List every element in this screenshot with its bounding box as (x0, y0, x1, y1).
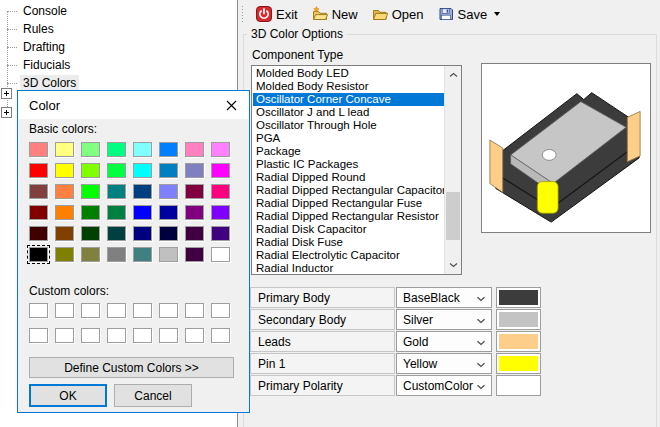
basic-color-swatch[interactable] (211, 247, 230, 262)
basic-color-swatch[interactable] (185, 142, 204, 157)
primary-polarity-color-swatch[interactable] (496, 375, 541, 396)
component-type-option[interactable]: Oscillator Through Hole (253, 119, 444, 132)
component-type-option[interactable]: Package (253, 145, 444, 158)
primary-polarity-color-select[interactable]: CustomColor (396, 375, 492, 396)
define-custom-colors-button[interactable]: Define Custom Colors >> (29, 357, 234, 378)
basic-color-swatch[interactable] (211, 163, 230, 178)
scroll-down-button[interactable] (445, 257, 461, 273)
primary-body-color-swatch[interactable] (496, 287, 541, 308)
sidebar-item-drafting[interactable]: Drafting (0, 38, 230, 56)
sidebar-item-console[interactable]: Console (0, 2, 230, 20)
tree-expand-plus-icon[interactable] (1, 88, 12, 99)
custom-color-swatch[interactable] (29, 328, 48, 343)
basic-color-swatch[interactable] (107, 226, 126, 241)
component-type-option[interactable]: Molded Body LED (253, 67, 444, 80)
custom-color-swatch[interactable] (185, 328, 204, 343)
component-type-option[interactable]: Radial Dipped Rectangular Fuse (253, 197, 444, 210)
basic-color-swatch[interactable] (81, 205, 100, 220)
basic-color-swatch[interactable] (55, 184, 74, 199)
custom-color-swatch[interactable] (159, 328, 178, 343)
leads-color-swatch[interactable] (496, 331, 541, 352)
basic-color-swatch[interactable] (211, 226, 230, 241)
leads-color-select[interactable]: Gold (396, 331, 492, 352)
scrollbar-thumb[interactable] (446, 192, 460, 240)
basic-color-swatch[interactable] (81, 184, 100, 199)
basic-color-swatch[interactable] (133, 184, 152, 199)
basic-color-swatch[interactable] (55, 163, 74, 178)
component-type-option[interactable]: Radial Dipped Round (253, 171, 444, 184)
basic-color-swatch[interactable] (211, 142, 230, 157)
basic-color-swatch[interactable] (81, 163, 100, 178)
secondary-body-color-swatch[interactable] (496, 309, 541, 330)
basic-color-swatch[interactable] (55, 226, 74, 241)
new-button[interactable]: New (305, 2, 365, 26)
dropdown-caret-icon[interactable] (494, 12, 500, 16)
basic-color-swatch[interactable] (133, 247, 152, 262)
component-type-option[interactable]: PGA (253, 132, 444, 145)
tree-expand-plus-icon[interactable] (1, 107, 12, 118)
custom-color-swatch[interactable] (185, 303, 204, 318)
secondary-body-color-select[interactable]: Silver (396, 309, 492, 330)
basic-color-swatch[interactable] (185, 247, 204, 262)
basic-color-swatch[interactable] (133, 226, 152, 241)
exit-button[interactable]: Exit (249, 2, 305, 26)
basic-color-swatch[interactable] (29, 142, 48, 157)
close-icon[interactable] (213, 91, 249, 119)
custom-color-swatch[interactable] (55, 303, 74, 318)
basic-color-swatch[interactable] (107, 142, 126, 157)
component-type-option[interactable]: Radial Dipped Rectangular Resistor (253, 210, 444, 223)
basic-color-swatch[interactable] (185, 205, 204, 220)
basic-color-swatch[interactable] (159, 205, 178, 220)
basic-color-swatch[interactable] (29, 184, 48, 199)
component-type-option[interactable]: Molded Body Resistor (253, 80, 444, 93)
component-type-option[interactable]: Radial Electrolytic Capacitor (253, 249, 444, 262)
custom-color-swatch[interactable] (133, 328, 152, 343)
basic-color-swatch[interactable] (159, 163, 178, 178)
basic-color-swatch[interactable] (159, 247, 178, 262)
open-button[interactable]: Open (365, 2, 431, 26)
custom-color-swatch[interactable] (55, 328, 74, 343)
basic-color-swatch[interactable] (159, 226, 178, 241)
basic-color-swatch[interactable] (29, 226, 48, 241)
component-type-option[interactable]: Oscillator J and L lead (253, 106, 444, 119)
component-type-option[interactable]: Radial Disk Capacitor (253, 223, 444, 236)
primary-body-color-select[interactable]: BaseBlack (396, 287, 492, 308)
basic-color-swatch[interactable] (55, 142, 74, 157)
ok-button[interactable]: OK (29, 384, 107, 407)
basic-color-swatch[interactable] (185, 184, 204, 199)
custom-color-swatch[interactable] (159, 303, 178, 318)
component-type-option[interactable]: Radial Inductor (253, 262, 444, 273)
custom-color-swatch[interactable] (107, 303, 126, 318)
save-button[interactable]: Save (431, 2, 508, 26)
basic-color-swatch[interactable] (29, 205, 48, 220)
custom-color-swatch[interactable] (29, 303, 48, 318)
pin-1-color-swatch[interactable] (496, 353, 541, 374)
basic-color-swatch[interactable] (133, 142, 152, 157)
component-type-option[interactable]: Radial Disk Fuse (253, 236, 444, 249)
basic-color-swatch[interactable] (107, 205, 126, 220)
toolbar-grip[interactable] (241, 6, 244, 22)
custom-color-swatch[interactable] (133, 303, 152, 318)
basic-color-swatch[interactable] (81, 142, 100, 157)
basic-color-swatch[interactable] (81, 226, 100, 241)
basic-color-swatch[interactable] (159, 142, 178, 157)
basic-color-swatch[interactable] (29, 163, 48, 178)
basic-color-swatch[interactable] (107, 163, 126, 178)
custom-color-swatch[interactable] (81, 328, 100, 343)
component-type-option[interactable]: Oscillator Corner Concave (253, 93, 444, 106)
basic-color-swatch[interactable] (133, 205, 152, 220)
sidebar-item-fiducials[interactable]: Fiducials (0, 56, 230, 74)
sidebar-item-rules[interactable]: Rules (0, 20, 230, 38)
cancel-button[interactable]: Cancel (114, 384, 192, 407)
basic-color-swatch[interactable] (55, 247, 74, 262)
basic-color-swatch[interactable] (211, 205, 230, 220)
custom-color-swatch[interactable] (107, 328, 126, 343)
scroll-up-button[interactable] (445, 67, 461, 83)
pin-1-color-select[interactable]: Yellow (396, 353, 492, 374)
custom-color-swatch[interactable] (211, 303, 230, 318)
basic-color-swatch[interactable] (159, 184, 178, 199)
basic-color-swatch[interactable] (107, 247, 126, 262)
custom-color-swatch[interactable] (81, 303, 100, 318)
component-type-option[interactable]: Radial Dipped Rectangular Capacitor (253, 184, 444, 197)
basic-color-swatch[interactable] (107, 184, 126, 199)
